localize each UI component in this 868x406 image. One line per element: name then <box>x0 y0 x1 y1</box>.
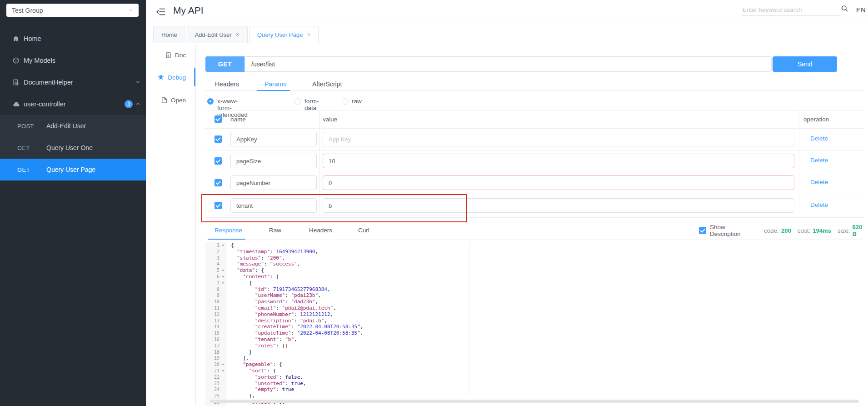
radio-form-data[interactable] <box>294 98 301 105</box>
param-name-input[interactable] <box>230 154 317 168</box>
line-gutter: 10 <box>205 299 226 305</box>
show-description-label: Show Description <box>710 224 758 237</box>
tab-query-user-page[interactable]: Query User Page× <box>249 26 319 43</box>
code-line: 5▾ "data": { <box>205 267 863 274</box>
radio-label-x-www-form-urlencoded[interactable]: x-www-form-urlencoded <box>217 98 248 118</box>
delete-link[interactable]: Delete <box>810 179 828 185</box>
show-description-checkbox[interactable] <box>699 227 706 234</box>
group-select[interactable]: Test Group <box>6 4 139 17</box>
tab-add-edit-user[interactable]: Add-Edit User× <box>187 26 248 43</box>
line-number: 4 <box>217 261 219 267</box>
language-switcher[interactable]: EN <box>856 6 866 14</box>
sidebar-subitem-query-user-page[interactable]: GETQuery User Page <box>0 159 146 180</box>
table-row-border <box>205 217 863 218</box>
sidebar-item-document-helper[interactable]: DocumentHelper <box>0 71 146 93</box>
endpoint-label: Add-Edit User <box>46 122 86 130</box>
fold-icon[interactable]: ▾ <box>219 280 224 286</box>
code-line: 23 "unsorted": true, <box>205 381 863 387</box>
active-tab-indicator <box>257 90 290 91</box>
param-name-input[interactable] <box>230 132 317 146</box>
line-number: 2 <box>217 249 219 255</box>
response-tab-response[interactable]: Response <box>215 224 242 237</box>
param-name-input[interactable] <box>230 198 317 213</box>
sidebar-item-my-models[interactable]: My Models <box>0 50 146 71</box>
param-value-input[interactable] <box>323 198 794 213</box>
horizontal-scrollbar[interactable] <box>210 400 859 403</box>
code-line: 7▾ { <box>205 280 863 286</box>
response-tab-raw[interactable]: Raw <box>269 224 281 237</box>
response-body-viewer: 1▾{2 "timestamp": 1649394213900,3 "statu… <box>205 242 863 406</box>
stat-value-code-: 200 <box>781 227 791 234</box>
row-checkbox[interactable] <box>215 135 222 143</box>
delete-link[interactable]: Delete <box>810 157 828 164</box>
close-icon[interactable]: × <box>307 31 310 38</box>
param-name-input[interactable] <box>230 175 317 190</box>
fold-icon[interactable]: ▾ <box>219 242 224 249</box>
response-tab-headers[interactable]: Headers <box>309 224 332 237</box>
table-column-border <box>799 110 799 217</box>
sidebar-item-user-controller[interactable]: user-controller3 <box>0 93 146 115</box>
radio-label-raw[interactable]: raw <box>352 98 362 105</box>
search-icon[interactable] <box>841 5 848 14</box>
line-gutter: 16 <box>205 336 226 343</box>
tab-label: Home <box>161 31 177 38</box>
request-tab-params[interactable]: Params <box>264 77 286 91</box>
chevron-down-icon <box>128 6 133 15</box>
delete-link[interactable]: Delete <box>810 201 828 208</box>
tab-home[interactable]: Home <box>153 26 185 43</box>
param-value-input[interactable] <box>323 132 794 146</box>
line-gutter: 1▾ <box>205 242 226 249</box>
table-row-border <box>205 110 863 110</box>
method-label: GET <box>17 166 30 173</box>
sidebar-item-home[interactable]: Home <box>0 28 146 50</box>
table-column-border <box>226 110 226 217</box>
nav-open[interactable]: Open <box>146 89 195 111</box>
fold-icon[interactable]: ▾ <box>219 267 224 274</box>
url-input[interactable] <box>244 56 772 72</box>
line-gutter: 18 <box>205 349 226 356</box>
method-select[interactable]: GET <box>205 56 244 72</box>
radio-x-www-form-urlencoded[interactable] <box>207 98 214 105</box>
sidebar-toggle-icon[interactable] <box>156 7 166 19</box>
row-checkbox[interactable] <box>215 179 222 186</box>
line-gutter: 22 <box>205 374 226 381</box>
code-text: }, <box>226 393 255 399</box>
fold-icon[interactable]: ▾ <box>219 274 224 280</box>
line-gutter: 19 <box>205 355 226 361</box>
radio-label-form-data[interactable]: form-data <box>304 98 319 111</box>
close-icon[interactable]: × <box>236 31 239 38</box>
fold-icon[interactable]: ▾ <box>219 368 224 374</box>
line-number: 16 <box>214 336 219 343</box>
nav-debug[interactable]: Debug <box>146 66 195 88</box>
line-gutter: 7▾ <box>205 280 226 286</box>
sidebar-subitem-query-user-one[interactable]: GETQuery User One <box>0 137 146 159</box>
method-label: GET <box>17 145 30 151</box>
search-input[interactable] <box>742 4 840 16</box>
line-number: 3 <box>217 255 219 261</box>
nav-doc[interactable]: Doc <box>146 44 195 66</box>
code-text: "updateTime": "2022-04-08T20:58:35", <box>226 330 363 336</box>
code-line: 12 "phoneNumber": 1212121212, <box>205 311 863 318</box>
fold-icon[interactable]: ▾ <box>219 361 224 368</box>
radio-raw[interactable] <box>342 98 348 105</box>
sidebar-subitem-add-edit-user[interactable]: POSTAdd-Edit User <box>0 115 146 137</box>
line-number: 10 <box>214 299 219 305</box>
line-gutter: 17 <box>205 343 226 349</box>
row-checkbox[interactable] <box>215 202 222 209</box>
line-number: 24 <box>214 386 219 393</box>
row-checkbox[interactable] <box>215 157 222 165</box>
doc-icon <box>165 52 172 59</box>
request-tab-headers[interactable]: Headers <box>215 77 239 91</box>
request-tab-afterscript[interactable]: AfterScript <box>312 77 342 91</box>
response-tab-curl[interactable]: Curl <box>358 224 369 237</box>
select-all-checkbox[interactable] <box>215 115 222 123</box>
open-icon <box>161 97 168 104</box>
param-value-input[interactable] <box>323 175 794 190</box>
code-line: 16 "tenant": "b", <box>205 336 863 343</box>
cloud-icon <box>12 100 20 108</box>
delete-link[interactable]: Delete <box>810 135 828 142</box>
line-number: 11 <box>214 305 219 311</box>
param-value-input[interactable] <box>323 154 794 168</box>
send-button[interactable]: Send <box>773 56 837 72</box>
code-line: 20▾ "pageable": { <box>205 361 863 368</box>
